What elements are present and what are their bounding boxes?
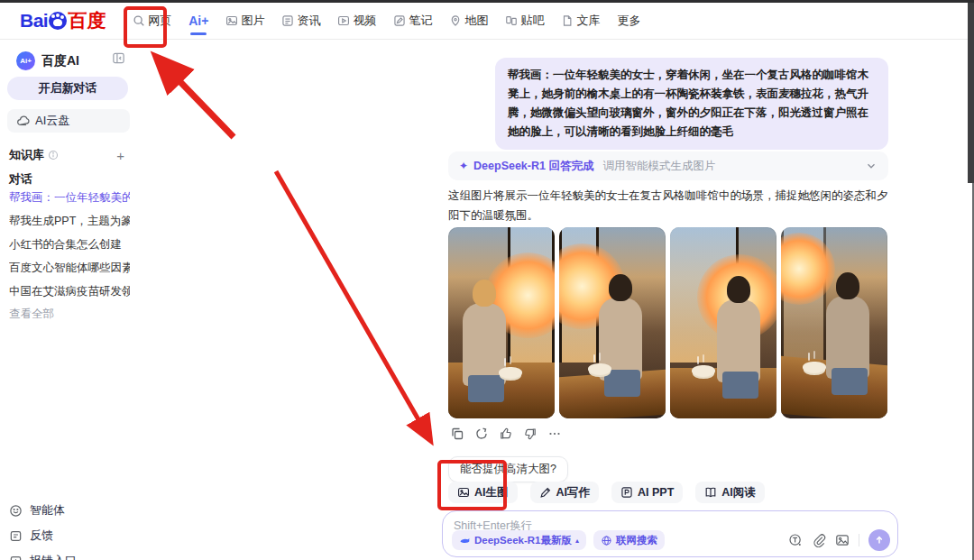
arrow-up-icon bbox=[873, 534, 886, 546]
user-message-bubble: 帮我画：一位年轻貌美的女士，穿着休闲，坐在一个复古风格的咖啡馆木凳上，她身前的榆… bbox=[495, 58, 888, 150]
message-composer: DeepSeek-R1最新版 ▴ 联网搜索 bbox=[442, 510, 898, 557]
new-chat-button[interactable]: 开启新对话 bbox=[7, 77, 128, 100]
copy-button[interactable] bbox=[450, 427, 464, 441]
image-icon bbox=[835, 533, 850, 547]
tab-notes[interactable]: 笔记 bbox=[393, 7, 432, 34]
generated-image-3[interactable] bbox=[670, 227, 776, 418]
ai-image-gen-button[interactable]: AI生图 bbox=[448, 482, 518, 503]
deepseek-whale-icon bbox=[459, 535, 471, 546]
caret-up-icon: ▴ bbox=[575, 537, 579, 545]
text-command-icon bbox=[788, 533, 803, 547]
collapse-panel-icon bbox=[112, 51, 125, 65]
ai-cloud-drive-button[interactable]: AI云盘 bbox=[7, 109, 130, 133]
copy-icon bbox=[450, 427, 464, 441]
sunset-glow bbox=[781, 233, 835, 305]
web-search-pill[interactable]: 联网搜索 bbox=[593, 530, 665, 550]
woman-silhouette bbox=[717, 299, 760, 382]
history-item-aids-vaccine[interactable]: 中国在艾滋病疫苗研发领域... bbox=[9, 280, 130, 303]
tieba-icon bbox=[505, 14, 518, 27]
web-search-label: 联网搜索 bbox=[616, 534, 657, 547]
thumbs-up-icon bbox=[499, 427, 513, 441]
model-status-text: DeepSeek-R1 回答完成 bbox=[473, 159, 593, 174]
logo-text-du: 百度 bbox=[68, 8, 106, 33]
thumbs-down-button[interactable] bbox=[523, 427, 538, 441]
sidebar-collapse-button[interactable] bbox=[112, 51, 125, 65]
thumbs-down-icon bbox=[523, 427, 538, 441]
generated-image-1[interactable] bbox=[448, 227, 555, 418]
mode-status-text: 调用智能模式生成图片 bbox=[602, 159, 715, 174]
attach-button[interactable] bbox=[812, 533, 826, 547]
add-knowledge-base-button[interactable]: + bbox=[116, 148, 124, 163]
agent-smiley-icon bbox=[9, 504, 23, 518]
latte-cup bbox=[692, 365, 715, 377]
chevron-down-icon[interactable] bbox=[865, 160, 878, 172]
woman-silhouette bbox=[826, 296, 869, 379]
tab-video[interactable]: 视频 bbox=[337, 7, 376, 34]
model-selector-label: DeepSeek-R1最新版 bbox=[474, 534, 572, 547]
latte-cup bbox=[499, 367, 522, 379]
image-icon bbox=[457, 486, 470, 499]
baidu-logo[interactable]: Bai 百度 bbox=[20, 8, 106, 33]
model-selector-pill[interactable]: DeepSeek-R1最新版 ▴ bbox=[452, 530, 586, 550]
note-icon bbox=[393, 14, 406, 27]
baidu-ai-badge-icon: Ai+ bbox=[16, 51, 35, 70]
ai-ppt-button[interactable]: AI PPT bbox=[611, 482, 683, 503]
composer-toolbar: DeepSeek-R1最新版 ▴ 联网搜索 bbox=[452, 529, 890, 551]
paperclip-icon bbox=[812, 533, 826, 547]
insert-image-button[interactable] bbox=[835, 533, 850, 547]
knowledge-base-row: 知识库 + bbox=[9, 147, 124, 163]
logo-text-bai: Bai bbox=[20, 10, 48, 32]
generated-image-2[interactable] bbox=[559, 227, 666, 418]
app-title: 百度AI bbox=[41, 53, 79, 69]
ellipsis-icon bbox=[547, 427, 562, 441]
ppt-icon bbox=[620, 486, 633, 499]
history-item-ppt[interactable]: 帮我生成PPT，主题为篆刻... bbox=[9, 209, 130, 233]
regenerate-button[interactable] bbox=[474, 427, 489, 441]
tab-wenku[interactable]: 文库 bbox=[561, 7, 600, 34]
news-icon bbox=[281, 14, 294, 27]
feedback-icon bbox=[9, 529, 23, 543]
history-item-wenxin-agent[interactable]: 百度文心智能体哪些因素会... bbox=[9, 256, 130, 280]
baidu-ai-page: Bai 百度 网页 Ai+ 图片 资讯 视频 bbox=[0, 0, 974, 560]
composer-icons bbox=[788, 529, 890, 551]
video-icon bbox=[337, 14, 350, 27]
refresh-icon bbox=[474, 427, 489, 441]
agents-entry[interactable]: 智能体 bbox=[9, 498, 135, 523]
instruction-button[interactable] bbox=[788, 533, 803, 547]
ai-writing-button[interactable]: AI写作 bbox=[530, 482, 600, 503]
tab-webpage[interactable]: 网页 bbox=[133, 7, 171, 34]
sidebar-header: Ai+ 百度AI bbox=[16, 51, 79, 70]
image-icon bbox=[225, 14, 238, 27]
ai-cloud-drive-label: AI云盘 bbox=[35, 113, 69, 129]
tab-tieba[interactable]: 贴吧 bbox=[505, 7, 544, 34]
ai-tools-bar: AI生图 AI写作 AI PPT AI阅读 bbox=[448, 482, 765, 503]
error-report-entry[interactable]: 报错入口 bbox=[9, 548, 135, 560]
view-all-link[interactable]: 查看全部 bbox=[9, 307, 54, 322]
history-item-draw-lady[interactable]: 帮我画：一位年轻貌美的女... bbox=[9, 186, 130, 209]
report-icon bbox=[9, 555, 23, 560]
tab-ai-plus[interactable]: Ai+ bbox=[188, 8, 208, 33]
tab-more[interactable]: 更多 bbox=[617, 7, 640, 34]
tab-maps[interactable]: 地图 bbox=[449, 7, 488, 34]
ai-reading-button[interactable]: AI阅读 bbox=[695, 482, 765, 503]
assistant-answer-text: 这组图片将展示一位年轻貌美的女士在复古风格咖啡馆中的场景，捕捉她悠闲的姿态和夕阳… bbox=[448, 186, 890, 225]
divider bbox=[859, 534, 859, 546]
latte-cup bbox=[803, 362, 826, 373]
tab-images[interactable]: 图片 bbox=[225, 7, 264, 34]
sparkle-icon: ✦ bbox=[459, 160, 468, 172]
window-top-edge bbox=[0, 0, 974, 3]
thumbs-up-button[interactable] bbox=[499, 427, 513, 441]
info-icon[interactable] bbox=[48, 150, 59, 161]
cloud-icon bbox=[16, 115, 30, 128]
scrollbar-thumb[interactable] bbox=[968, 3, 974, 183]
history-item-xiaohongshu[interactable]: 小红书的合集怎么创建 bbox=[9, 233, 130, 256]
document-icon bbox=[561, 14, 574, 27]
latte-cup bbox=[588, 363, 611, 375]
feedback-entry[interactable]: 反馈 bbox=[9, 523, 135, 548]
send-button[interactable] bbox=[868, 529, 890, 551]
more-actions-button[interactable] bbox=[547, 427, 562, 441]
model-status-bar[interactable]: ✦ DeepSeek-R1 回答完成 调用智能模式生成图片 bbox=[448, 151, 888, 180]
suggestion-chip[interactable]: 能否提供高清大图? bbox=[448, 456, 568, 482]
generated-image-4[interactable] bbox=[781, 227, 887, 418]
tab-news[interactable]: 资讯 bbox=[281, 7, 320, 34]
